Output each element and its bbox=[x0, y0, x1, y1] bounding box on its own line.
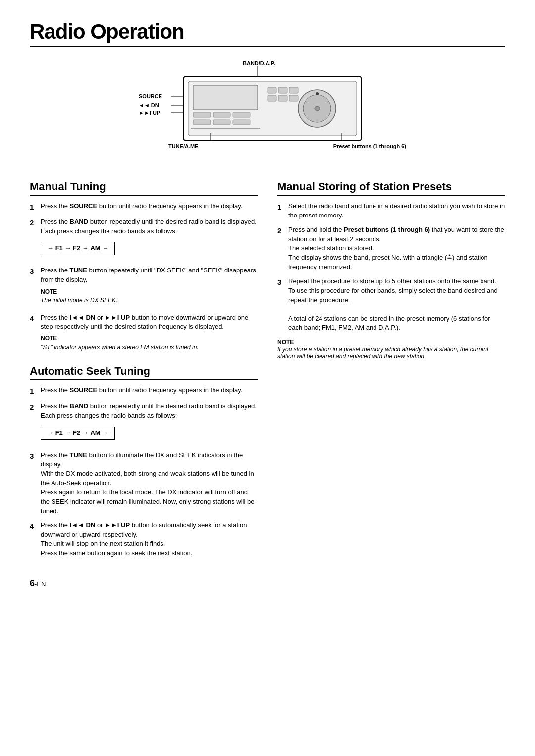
page-footer: 6-EN bbox=[30, 578, 505, 589]
footer-number: 6 bbox=[30, 578, 35, 588]
formula-box: → F1 → F2 → AM → bbox=[41, 427, 115, 440]
step-content: Press the SOURCE button until radio freq… bbox=[41, 386, 258, 397]
formula-box: → F1 → F2 → AM → bbox=[41, 242, 115, 255]
list-item: 4 Press the I◄◄ DN or ►►I UP button to m… bbox=[30, 313, 258, 355]
step-content: Press the I◄◄ DN or ►►I UP button to aut… bbox=[41, 521, 258, 558]
svg-rect-16 bbox=[193, 120, 211, 125]
list-item: 3 Press the TUNE button to illuminate th… bbox=[30, 451, 258, 516]
svg-rect-13 bbox=[193, 112, 211, 117]
list-item: 2 Press the BAND button repeatedly until… bbox=[30, 402, 258, 446]
note-text: If you store a station in a preset memor… bbox=[277, 346, 505, 360]
manual-tuning-list: 1 Press the SOURCE button until radio fr… bbox=[30, 202, 258, 355]
list-item: 1 Press the SOURCE button until radio fr… bbox=[30, 386, 258, 397]
list-item: 2 Press and hold the Preset buttons (1 t… bbox=[277, 225, 505, 272]
list-item: 2 Press the BAND button repeatedly until… bbox=[30, 217, 258, 262]
storing-note-block: NOTE If you store a station in a preset … bbox=[277, 339, 505, 360]
svg-rect-11 bbox=[278, 95, 287, 101]
footer-sub: -EN bbox=[35, 580, 46, 588]
svg-rect-18 bbox=[233, 120, 250, 125]
device-diagram: BAND/D.A.P. SOURCE ◄◄ DN ►►I UP TUNE/A.M… bbox=[30, 56, 505, 161]
step-number: 1 bbox=[277, 202, 288, 220]
note-text: "ST" indicator appears when a stereo FM … bbox=[41, 343, 258, 352]
right-column: Manual Storing of Station Presets 1 Sele… bbox=[277, 170, 505, 563]
svg-point-6 bbox=[316, 92, 319, 95]
svg-rect-2 bbox=[193, 85, 258, 110]
formula-text: → F1 → F2 → AM → bbox=[47, 429, 108, 438]
step-number: 1 bbox=[30, 386, 41, 397]
svg-rect-12 bbox=[289, 95, 298, 101]
step-number: 4 bbox=[30, 313, 41, 355]
step-number: 3 bbox=[277, 277, 288, 333]
step-content: Press the BAND button repeatedly until t… bbox=[41, 217, 258, 262]
svg-rect-15 bbox=[233, 112, 250, 117]
step-number: 3 bbox=[30, 266, 41, 308]
svg-rect-7 bbox=[268, 87, 276, 93]
page-title-section: Radio Operation bbox=[30, 20, 505, 47]
manual-storing-heading: Manual Storing of Station Presets bbox=[277, 180, 505, 196]
step-number: 2 bbox=[277, 225, 288, 272]
note-label: NOTE bbox=[41, 288, 258, 296]
list-item: 4 Press the I◄◄ DN or ►►I UP button to a… bbox=[30, 521, 258, 558]
manual-storing-list: 1 Select the radio band and tune in a de… bbox=[277, 202, 505, 333]
step-content: Select the radio band and tune in a desi… bbox=[288, 202, 505, 220]
manual-tuning-heading: Manual Tuning bbox=[30, 180, 258, 196]
svg-rect-10 bbox=[268, 95, 276, 101]
svg-point-5 bbox=[315, 106, 320, 111]
svg-rect-9 bbox=[289, 87, 298, 93]
note-block: NOTE "ST" indicator appears when a stere… bbox=[41, 334, 258, 352]
step-number: 4 bbox=[30, 521, 41, 558]
step-number: 2 bbox=[30, 217, 41, 262]
note-text: The initial mode is DX SEEK. bbox=[41, 296, 258, 305]
step-content: Press the SOURCE button until radio freq… bbox=[41, 202, 258, 213]
auto-seek-list: 1 Press the SOURCE button until radio fr… bbox=[30, 386, 258, 558]
list-item: 1 Select the radio band and tune in a de… bbox=[277, 202, 505, 220]
svg-rect-14 bbox=[213, 112, 230, 117]
page-title: Radio Operation bbox=[30, 20, 505, 44]
step-content: Press the BAND button repeatedly until t… bbox=[41, 402, 258, 446]
two-column-layout: Manual Tuning 1 Press the SOURCE button … bbox=[30, 170, 505, 563]
formula-text: → F1 → F2 → AM → bbox=[47, 244, 108, 253]
list-item: 3 Press the TUNE button repeatedly until… bbox=[30, 266, 258, 308]
note-block: NOTE The initial mode is DX SEEK. bbox=[41, 288, 258, 305]
diagram-inner: BAND/D.A.P. SOURCE ◄◄ DN ►►I UP TUNE/A.M… bbox=[124, 56, 411, 161]
list-item: 1 Press the SOURCE button until radio fr… bbox=[30, 202, 258, 213]
auto-seek-heading: Automatic Seek Tuning bbox=[30, 365, 258, 380]
svg-rect-8 bbox=[278, 87, 287, 93]
step-number: 1 bbox=[30, 202, 41, 213]
step-content: Press and hold the Preset buttons (1 thr… bbox=[288, 225, 505, 272]
step-content: Press the I◄◄ DN or ►►I UP button to mov… bbox=[41, 313, 258, 355]
step-content: Press the TUNE button to illuminate the … bbox=[41, 451, 258, 516]
note-label: NOTE bbox=[277, 339, 505, 346]
step-number: 2 bbox=[30, 402, 41, 446]
device-illustration bbox=[124, 56, 411, 161]
step-content: Repeat the procedure to store up to 5 ot… bbox=[288, 277, 505, 333]
left-column: Manual Tuning 1 Press the SOURCE button … bbox=[30, 170, 258, 563]
step-content: Press the TUNE button repeatedly until "… bbox=[41, 266, 258, 308]
list-item: 3 Repeat the procedure to store up to 5 … bbox=[277, 277, 505, 333]
note-label: NOTE bbox=[41, 334, 258, 343]
svg-rect-17 bbox=[213, 120, 230, 125]
step-number: 3 bbox=[30, 451, 41, 516]
